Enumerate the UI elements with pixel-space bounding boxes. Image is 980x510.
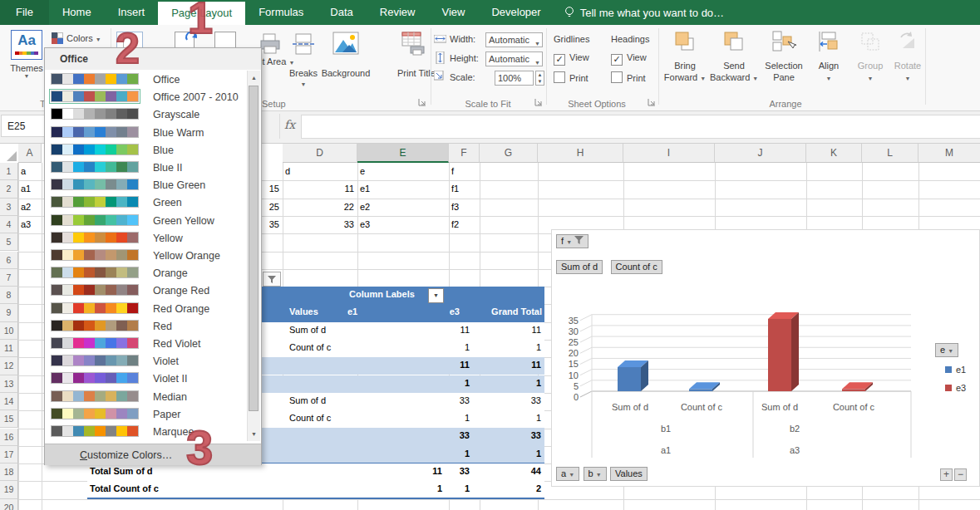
breaks-icon[interactable]	[293, 33, 314, 56]
color-scheme-yellow-orange[interactable]: Yellow Orange	[45, 248, 248, 265]
print-area-icon[interactable]	[259, 33, 281, 56]
column-header-E[interactable]: E	[357, 143, 449, 163]
pivot-value-grand-total[interactable]: 1	[472, 413, 541, 423]
headings-view-checkbox[interactable]: ✓View	[611, 52, 647, 66]
pivot-value-e1[interactable]: 1	[287, 342, 470, 352]
align-button[interactable]: Align▼	[811, 30, 846, 85]
pivot-value-e1[interactable]: 1	[287, 378, 470, 388]
height-combobox[interactable]: Automatic▼	[485, 51, 543, 66]
cell-E1[interactable]: e	[357, 166, 446, 176]
color-scheme-median[interactable]: Median	[45, 389, 248, 406]
print-titles-button[interactable]: Print Titles	[397, 68, 431, 79]
color-scheme-paper[interactable]: Paper	[45, 406, 248, 424]
pivot-value-grand-total[interactable]: 11	[472, 325, 541, 335]
breaks-button[interactable]: Breaks▼	[283, 68, 324, 88]
color-scheme-office-2007-2010[interactable]: Office 2007 - 2010	[45, 89, 248, 106]
color-scheme-grayscale[interactable]: Grayscale	[45, 106, 248, 124]
cell-A2[interactable]: a1	[18, 184, 38, 194]
cell-E3[interactable]: e2	[357, 202, 446, 212]
background-icon[interactable]	[332, 32, 359, 58]
cell-E2[interactable]: e1	[357, 184, 446, 194]
tab-home[interactable]: Home	[49, 0, 105, 25]
cell-A4[interactable]: a3	[18, 219, 38, 229]
selection-pane-button[interactable]: SelectionPane	[760, 30, 808, 83]
legend-item-e3[interactable]: e3	[945, 383, 966, 393]
color-scheme-red-violet[interactable]: Red Violet	[45, 336, 248, 353]
column-header-M[interactable]: M	[918, 143, 980, 163]
cell-D4[interactable]: 33	[283, 219, 354, 229]
row-header-15[interactable]: 15	[0, 410, 18, 428]
chart-axis-field-button-a[interactable]: a ▼	[556, 467, 579, 481]
column-header-K[interactable]: K	[806, 143, 862, 163]
pivot-value-e3[interactable]: 33	[445, 395, 470, 405]
pivot-value-grand-total[interactable]: 1	[472, 378, 541, 388]
color-scheme-office[interactable]: Office	[45, 71, 248, 89]
gridlines-view-checkbox[interactable]: ✓View	[554, 52, 589, 66]
row-header-6[interactable]: 6	[0, 252, 18, 269]
column-header-G[interactable]: G	[480, 143, 538, 163]
cell-D2[interactable]: 11	[283, 184, 354, 194]
send-backward-button[interactable]: SendBackward ▼	[710, 30, 758, 85]
row-header-11[interactable]: 11	[0, 340, 18, 357]
row-header-4[interactable]: 4	[0, 216, 18, 233]
row-header-1[interactable]: 1	[0, 163, 18, 180]
colors-button[interactable]: Colors ▼	[52, 32, 101, 44]
page-setup-dialog-launcher[interactable]	[418, 98, 426, 106]
column-header-F[interactable]: F	[449, 143, 480, 163]
themes-button[interactable]: Aa Themes ▼	[5, 30, 48, 79]
name-box[interactable]: E25	[1, 115, 47, 137]
cell-A1[interactable]: a	[18, 166, 38, 176]
color-scheme-violet-ii[interactable]: Violet II	[45, 370, 248, 388]
chart-zoom-in-button[interactable]: +	[940, 468, 953, 481]
cell-F4[interactable]: f2	[449, 219, 476, 229]
row-header-19[interactable]: 19	[0, 481, 18, 498]
row-header-20[interactable]: 20	[0, 499, 18, 510]
pivot-row-label[interactable]: Total Sum of d	[90, 466, 153, 476]
column-header-J[interactable]: J	[715, 143, 806, 163]
row-header-16[interactable]: 16	[0, 429, 18, 446]
pivot-row-label[interactable]: Count of c	[289, 413, 331, 423]
legend-item-e1[interactable]: e1	[945, 365, 966, 375]
pivot-row-label[interactable]: Total Count of c	[90, 483, 159, 493]
scrollbar-thumb[interactable]	[249, 86, 259, 411]
pivot-value-grand-total[interactable]: 1	[472, 449, 541, 459]
pivot-row-label[interactable]: Sum of d	[289, 395, 326, 405]
gridlines-print-checkbox[interactable]: Print	[554, 71, 588, 83]
chart-zoom-out-button[interactable]: −	[954, 468, 967, 481]
cell-A3[interactable]: a2	[18, 202, 38, 212]
row-header-12[interactable]: 12	[0, 357, 18, 375]
bring-forward-button[interactable]: BringForward ▼	[663, 30, 707, 85]
cell-F3[interactable]: f3	[449, 202, 476, 212]
column-header-D[interactable]: D	[283, 143, 357, 163]
color-scheme-marquee[interactable]: Marquee	[45, 424, 248, 441]
pivot-value-grand-total[interactable]: 1	[472, 342, 541, 352]
scale-spinbox[interactable]: 100%	[495, 71, 534, 86]
pivot-page-filter-button[interactable]	[263, 272, 281, 287]
color-scheme-blue-green[interactable]: Blue Green	[45, 177, 248, 194]
color-scheme-orange[interactable]: Orange	[45, 265, 248, 282]
menu-scrollbar[interactable]: ▲ ▼	[247, 71, 260, 441]
print-titles-icon[interactable]	[401, 32, 426, 58]
pivot-value-e3[interactable]: 1	[445, 449, 470, 459]
chart-axis-field-button-values[interactable]: Values	[610, 467, 648, 481]
row-header-17[interactable]: 17	[0, 446, 18, 463]
pivot-value-e3[interactable]: 33	[445, 466, 470, 476]
tell-me-box[interactable]: Tell me what you want to do…	[554, 0, 734, 25]
color-scheme-violet[interactable]: Violet	[45, 353, 248, 370]
pivot-value-grand-total[interactable]: 11	[472, 360, 541, 370]
color-scheme-red[interactable]: Red	[45, 318, 248, 336]
insert-function-button[interactable]: fx	[284, 118, 295, 131]
pivot-value-e1[interactable]: 11	[287, 360, 470, 370]
row-header-3[interactable]: 3	[0, 199, 18, 216]
color-scheme-blue[interactable]: Blue	[45, 142, 248, 159]
scroll-up-icon[interactable]: ▲	[248, 71, 260, 85]
select-all-button[interactable]	[7, 151, 17, 161]
sheet-options-dialog-launcher[interactable]	[648, 98, 656, 106]
cell-E4[interactable]: e3	[357, 219, 446, 229]
cell-D1[interactable]: d	[283, 166, 354, 176]
row-header-7[interactable]: 7	[0, 269, 18, 287]
column-header-A[interactable]: A	[18, 143, 42, 163]
color-scheme-orange-red[interactable]: Orange Red	[45, 282, 248, 300]
scroll-down-icon[interactable]: ▼	[248, 427, 260, 441]
background-button[interactable]: Background	[320, 68, 372, 78]
